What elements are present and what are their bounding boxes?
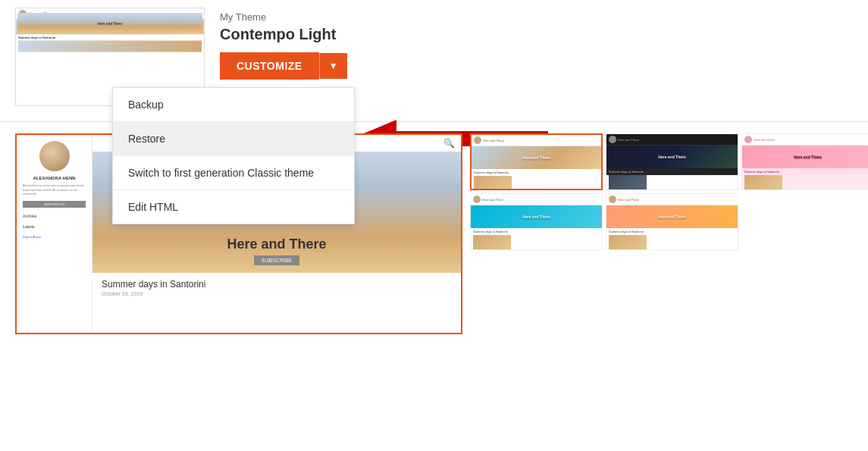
small-post-title-peach: Summer days in Santorini: [606, 228, 738, 235]
my-theme-label: My Theme: [220, 11, 347, 23]
thumbnail-teal[interactable]: Here and There Here and There Summer day…: [470, 193, 603, 250]
button-row: CUSTOMIZE ▼: [220, 52, 347, 80]
small-hero-title-light: Here and There: [522, 155, 550, 160]
small-title-teal: Here and There: [482, 198, 503, 202]
small-avatar-teal: [473, 196, 481, 203]
thumbnail-light[interactable]: Here and There Here and There Summer day…: [470, 133, 603, 190]
small-post-image-pink: [744, 175, 782, 189]
small-avatar-peach: [609, 196, 616, 203]
author-bio: Alexandra is a writer who is passionate …: [23, 183, 86, 196]
author-name: ALEXANDRA HENN: [23, 176, 86, 180]
blog-post-date: October 18, 2019: [102, 291, 452, 296]
blog-site-title: Here and There: [227, 236, 326, 252]
thumbnail-dark[interactable]: Here and There Here and There Summer day…: [606, 133, 738, 190]
report-abuse-link[interactable]: Report Abuse: [23, 235, 86, 239]
small-title-light: Here and There: [483, 139, 504, 143]
dropdown-item-edit-html[interactable]: Edit HTML: [113, 190, 354, 224]
thumbnail-peach[interactable]: Here and There Here and There Summer day…: [606, 193, 738, 250]
small-hero-title-peach: Here and There: [658, 215, 685, 219]
dropdown-menu: Backup Restore Switch to first generatio…: [112, 87, 355, 224]
small-title-pink: Here and There: [754, 138, 775, 142]
small-post-title-light: Summer days in Santorini: [472, 169, 601, 176]
preview-post-title: Summer days in Santorini: [18, 36, 202, 40]
small-title-peach: Here and There: [618, 198, 639, 202]
search-icon[interactable]: 🔍: [443, 138, 455, 149]
small-hero-title-dark: Here and There: [658, 155, 685, 159]
archive-label: Archive: [23, 214, 86, 218]
small-post-image-light: [474, 176, 512, 189]
small-blog-dark: Here and There Here and There Summer day…: [606, 134, 738, 189]
sidebar-avatar: [39, 141, 70, 171]
small-post-image-peach: [609, 235, 647, 249]
theme-info: My Theme Contempo Light CUSTOMIZE ▼: [220, 8, 347, 80]
view-profile-btn[interactable]: VIEW PROFILE: [23, 201, 86, 208]
labels-label: Labels: [23, 224, 86, 229]
blog-sidebar: ALEXANDRA HENN Alexandra is a writer who…: [17, 135, 92, 333]
subscribe-button[interactable]: SUBSCRIBE: [254, 255, 299, 265]
small-hero-title-pink: Here and There: [794, 155, 821, 159]
theme-name: Contempo Light: [220, 26, 347, 43]
small-avatar-light: [474, 136, 481, 144]
small-avatar-dark: [609, 136, 616, 143]
theme-thumbnail-grid: Here and There Here and There Summer day…: [470, 133, 868, 334]
thumb-row-1: Here and There Here and There Summer day…: [470, 133, 868, 190]
small-blog-peach: Here and There Here and There Summer day…: [606, 194, 738, 249]
small-post-title-teal: Summer days in Santorini: [471, 228, 602, 235]
small-post-title-pink: Summer days in Santorini: [742, 168, 868, 175]
dropdown-toggle-button[interactable]: ▼: [319, 53, 347, 79]
small-blog-pink: Here and There Here and There Summer day…: [742, 134, 868, 189]
small-avatar-pink: [744, 136, 752, 143]
small-post-image-dark: [609, 175, 647, 189]
small-post-title-dark: Summer days in Santorini: [606, 168, 738, 175]
small-hero-title-teal: Here and There: [522, 215, 550, 219]
thumb-row-2: Here and There Here and There Summer day…: [470, 193, 868, 250]
dropdown-item-switch-classic[interactable]: Switch to first generation Classic theme: [113, 156, 354, 190]
dropdown-arrow-icon: ▼: [329, 61, 338, 71]
thumbnail-pink[interactable]: Here and There Here and There Summer day…: [741, 133, 868, 190]
small-blog-light: Here and There Here and There Summer day…: [472, 135, 601, 189]
preview-hero-title: Here and There: [98, 21, 123, 25]
blog-post-title: Summer days in Santorini: [102, 279, 452, 290]
dropdown-item-restore[interactable]: Restore: [113, 122, 354, 156]
small-post-image-teal: [473, 235, 511, 249]
small-blog-teal: Here and There Here and There Summer day…: [471, 194, 602, 249]
small-title-dark: Here and There: [618, 138, 639, 142]
customize-button[interactable]: CUSTOMIZE: [220, 52, 319, 80]
dropdown-item-backup[interactable]: Backup: [113, 88, 354, 122]
